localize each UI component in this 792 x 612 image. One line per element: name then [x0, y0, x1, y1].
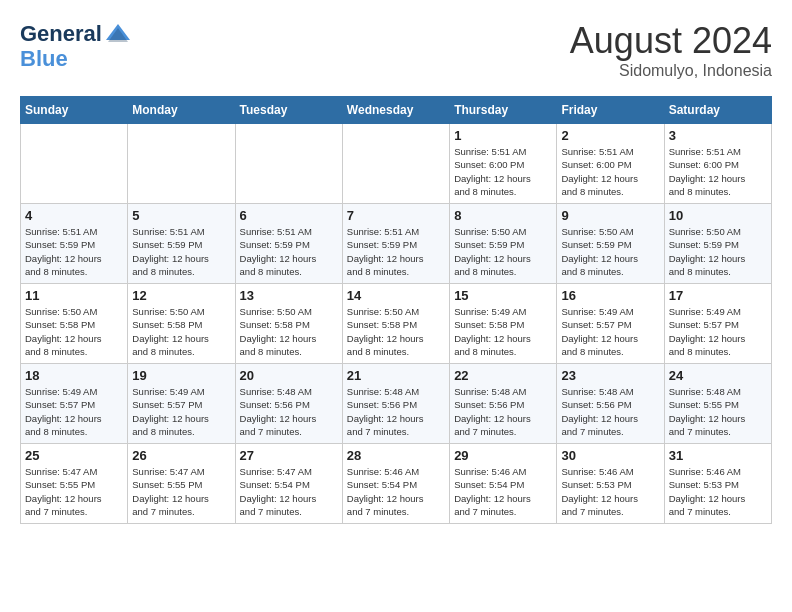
- day-number: 13: [240, 288, 338, 303]
- calendar-cell: 15Sunrise: 5:49 AMSunset: 5:58 PMDayligh…: [450, 284, 557, 364]
- day-info: Sunrise: 5:46 AMSunset: 5:53 PMDaylight:…: [669, 465, 767, 518]
- weekday-header-monday: Monday: [128, 97, 235, 124]
- logo: General Blue: [20, 20, 132, 70]
- day-number: 20: [240, 368, 338, 383]
- calendar-cell: 14Sunrise: 5:50 AMSunset: 5:58 PMDayligh…: [342, 284, 449, 364]
- calendar-cell: 11Sunrise: 5:50 AMSunset: 5:58 PMDayligh…: [21, 284, 128, 364]
- calendar-cell: 2Sunrise: 5:51 AMSunset: 6:00 PMDaylight…: [557, 124, 664, 204]
- location-subtitle: Sidomulyo, Indonesia: [570, 62, 772, 80]
- day-info: Sunrise: 5:48 AMSunset: 5:56 PMDaylight:…: [240, 385, 338, 438]
- calendar-cell: 20Sunrise: 5:48 AMSunset: 5:56 PMDayligh…: [235, 364, 342, 444]
- weekday-header-wednesday: Wednesday: [342, 97, 449, 124]
- day-number: 8: [454, 208, 552, 223]
- day-info: Sunrise: 5:47 AMSunset: 5:55 PMDaylight:…: [132, 465, 230, 518]
- day-info: Sunrise: 5:46 AMSunset: 5:54 PMDaylight:…: [454, 465, 552, 518]
- calendar-cell: 7Sunrise: 5:51 AMSunset: 5:59 PMDaylight…: [342, 204, 449, 284]
- day-number: 22: [454, 368, 552, 383]
- calendar-cell: 18Sunrise: 5:49 AMSunset: 5:57 PMDayligh…: [21, 364, 128, 444]
- calendar-cell: [235, 124, 342, 204]
- day-info: Sunrise: 5:49 AMSunset: 5:57 PMDaylight:…: [25, 385, 123, 438]
- day-info: Sunrise: 5:51 AMSunset: 5:59 PMDaylight:…: [25, 225, 123, 278]
- calendar-cell: 10Sunrise: 5:50 AMSunset: 5:59 PMDayligh…: [664, 204, 771, 284]
- day-info: Sunrise: 5:47 AMSunset: 5:55 PMDaylight:…: [25, 465, 123, 518]
- week-row-1: 1Sunrise: 5:51 AMSunset: 6:00 PMDaylight…: [21, 124, 772, 204]
- day-number: 15: [454, 288, 552, 303]
- day-number: 6: [240, 208, 338, 223]
- page-header: General Blue August 2024 Sidomulyo, Indo…: [20, 20, 772, 80]
- day-info: Sunrise: 5:51 AMSunset: 5:59 PMDaylight:…: [132, 225, 230, 278]
- calendar-cell: 12Sunrise: 5:50 AMSunset: 5:58 PMDayligh…: [128, 284, 235, 364]
- calendar-cell: 9Sunrise: 5:50 AMSunset: 5:59 PMDaylight…: [557, 204, 664, 284]
- day-info: Sunrise: 5:47 AMSunset: 5:54 PMDaylight:…: [240, 465, 338, 518]
- day-info: Sunrise: 5:50 AMSunset: 5:58 PMDaylight:…: [132, 305, 230, 358]
- day-info: Sunrise: 5:51 AMSunset: 6:00 PMDaylight:…: [454, 145, 552, 198]
- day-number: 28: [347, 448, 445, 463]
- calendar-cell: 29Sunrise: 5:46 AMSunset: 5:54 PMDayligh…: [450, 444, 557, 524]
- day-info: Sunrise: 5:51 AMSunset: 5:59 PMDaylight:…: [347, 225, 445, 278]
- day-number: 30: [561, 448, 659, 463]
- weekday-header-sunday: Sunday: [21, 97, 128, 124]
- calendar-cell: [342, 124, 449, 204]
- calendar-cell: 31Sunrise: 5:46 AMSunset: 5:53 PMDayligh…: [664, 444, 771, 524]
- week-row-2: 4Sunrise: 5:51 AMSunset: 5:59 PMDaylight…: [21, 204, 772, 284]
- day-info: Sunrise: 5:50 AMSunset: 5:58 PMDaylight:…: [347, 305, 445, 358]
- calendar-cell: 24Sunrise: 5:48 AMSunset: 5:55 PMDayligh…: [664, 364, 771, 444]
- calendar-cell: 27Sunrise: 5:47 AMSunset: 5:54 PMDayligh…: [235, 444, 342, 524]
- calendar-cell: 22Sunrise: 5:48 AMSunset: 5:56 PMDayligh…: [450, 364, 557, 444]
- calendar-cell: [21, 124, 128, 204]
- day-number: 31: [669, 448, 767, 463]
- day-info: Sunrise: 5:49 AMSunset: 5:58 PMDaylight:…: [454, 305, 552, 358]
- day-number: 7: [347, 208, 445, 223]
- day-number: 12: [132, 288, 230, 303]
- day-info: Sunrise: 5:46 AMSunset: 5:53 PMDaylight:…: [561, 465, 659, 518]
- day-info: Sunrise: 5:49 AMSunset: 5:57 PMDaylight:…: [132, 385, 230, 438]
- week-row-5: 25Sunrise: 5:47 AMSunset: 5:55 PMDayligh…: [21, 444, 772, 524]
- day-info: Sunrise: 5:51 AMSunset: 6:00 PMDaylight:…: [669, 145, 767, 198]
- day-number: 5: [132, 208, 230, 223]
- day-info: Sunrise: 5:51 AMSunset: 5:59 PMDaylight:…: [240, 225, 338, 278]
- day-number: 18: [25, 368, 123, 383]
- calendar-cell: 23Sunrise: 5:48 AMSunset: 5:56 PMDayligh…: [557, 364, 664, 444]
- weekday-header-friday: Friday: [557, 97, 664, 124]
- day-info: Sunrise: 5:51 AMSunset: 6:00 PMDaylight:…: [561, 145, 659, 198]
- calendar-cell: 4Sunrise: 5:51 AMSunset: 5:59 PMDaylight…: [21, 204, 128, 284]
- week-row-4: 18Sunrise: 5:49 AMSunset: 5:57 PMDayligh…: [21, 364, 772, 444]
- calendar-cell: 5Sunrise: 5:51 AMSunset: 5:59 PMDaylight…: [128, 204, 235, 284]
- calendar-cell: 28Sunrise: 5:46 AMSunset: 5:54 PMDayligh…: [342, 444, 449, 524]
- day-info: Sunrise: 5:48 AMSunset: 5:56 PMDaylight:…: [454, 385, 552, 438]
- day-number: 10: [669, 208, 767, 223]
- weekday-header-row: SundayMondayTuesdayWednesdayThursdayFrid…: [21, 97, 772, 124]
- day-info: Sunrise: 5:50 AMSunset: 5:58 PMDaylight:…: [25, 305, 123, 358]
- day-number: 24: [669, 368, 767, 383]
- day-number: 17: [669, 288, 767, 303]
- logo-text-blue: Blue: [20, 46, 68, 71]
- day-info: Sunrise: 5:50 AMSunset: 5:59 PMDaylight:…: [669, 225, 767, 278]
- day-number: 27: [240, 448, 338, 463]
- day-number: 29: [454, 448, 552, 463]
- calendar-cell: 6Sunrise: 5:51 AMSunset: 5:59 PMDaylight…: [235, 204, 342, 284]
- calendar-cell: 16Sunrise: 5:49 AMSunset: 5:57 PMDayligh…: [557, 284, 664, 364]
- day-info: Sunrise: 5:48 AMSunset: 5:55 PMDaylight:…: [669, 385, 767, 438]
- day-info: Sunrise: 5:50 AMSunset: 5:59 PMDaylight:…: [561, 225, 659, 278]
- calendar-cell: 1Sunrise: 5:51 AMSunset: 6:00 PMDaylight…: [450, 124, 557, 204]
- day-info: Sunrise: 5:49 AMSunset: 5:57 PMDaylight:…: [561, 305, 659, 358]
- day-info: Sunrise: 5:48 AMSunset: 5:56 PMDaylight:…: [561, 385, 659, 438]
- day-number: 4: [25, 208, 123, 223]
- weekday-header-tuesday: Tuesday: [235, 97, 342, 124]
- logo-text-general: General: [20, 23, 102, 45]
- day-number: 26: [132, 448, 230, 463]
- calendar-cell: 25Sunrise: 5:47 AMSunset: 5:55 PMDayligh…: [21, 444, 128, 524]
- day-number: 16: [561, 288, 659, 303]
- day-info: Sunrise: 5:50 AMSunset: 5:59 PMDaylight:…: [454, 225, 552, 278]
- day-number: 2: [561, 128, 659, 143]
- day-number: 9: [561, 208, 659, 223]
- calendar-cell: 13Sunrise: 5:50 AMSunset: 5:58 PMDayligh…: [235, 284, 342, 364]
- calendar-cell: 3Sunrise: 5:51 AMSunset: 6:00 PMDaylight…: [664, 124, 771, 204]
- calendar-cell: [128, 124, 235, 204]
- day-info: Sunrise: 5:50 AMSunset: 5:58 PMDaylight:…: [240, 305, 338, 358]
- day-number: 11: [25, 288, 123, 303]
- day-number: 14: [347, 288, 445, 303]
- calendar-cell: 17Sunrise: 5:49 AMSunset: 5:57 PMDayligh…: [664, 284, 771, 364]
- calendar-cell: 30Sunrise: 5:46 AMSunset: 5:53 PMDayligh…: [557, 444, 664, 524]
- day-number: 1: [454, 128, 552, 143]
